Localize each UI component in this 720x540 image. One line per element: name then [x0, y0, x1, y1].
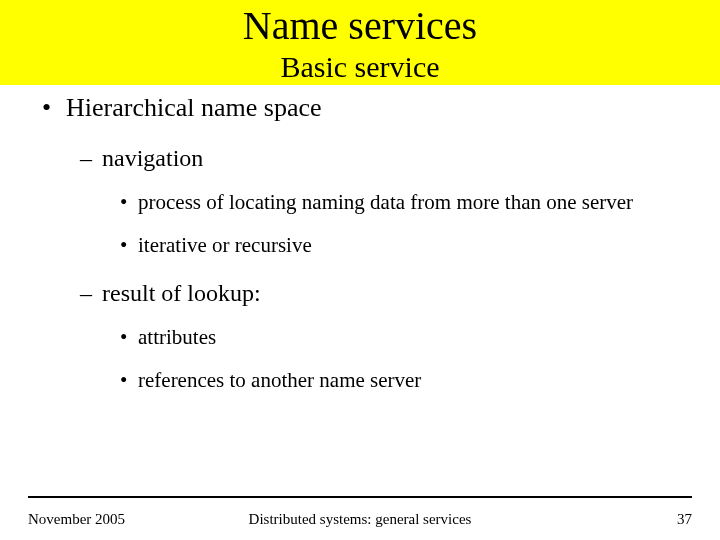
- bullet-text: Hierarchical name space: [66, 93, 322, 122]
- slide-content: Hierarchical name space navigation proce…: [0, 85, 720, 393]
- bullet-text: result of lookup:: [102, 280, 261, 306]
- bullet-level-1: Hierarchical name space: [28, 93, 692, 123]
- footer-page-number: 37: [677, 511, 692, 528]
- bullet-level-3: process of locating naming data from mor…: [28, 190, 692, 215]
- footer-divider: [28, 496, 692, 498]
- slide-title: Name services: [0, 4, 720, 48]
- bullet-text: references to another name server: [138, 368, 421, 392]
- bullet-text: attributes: [138, 325, 216, 349]
- bullet-level-2: result of lookup:: [28, 280, 692, 307]
- bullet-level-3: references to another name server: [28, 368, 692, 393]
- bullet-level-2: navigation: [28, 145, 692, 172]
- bullet-level-3: iterative or recursive: [28, 233, 692, 258]
- bullet-level-3: attributes: [28, 325, 692, 350]
- footer-title: Distributed systems: general services: [28, 511, 692, 528]
- footer-date: November 2005: [28, 511, 125, 528]
- bullet-text: process of locating naming data from mor…: [138, 190, 692, 215]
- slide-subtitle: Basic service: [0, 50, 720, 83]
- slide-footer: November 2005 Distributed systems: gener…: [28, 511, 692, 528]
- bullet-text: navigation: [102, 145, 203, 171]
- bullet-text: iterative or recursive: [138, 233, 312, 257]
- slide-header: Name services Basic service: [0, 0, 720, 85]
